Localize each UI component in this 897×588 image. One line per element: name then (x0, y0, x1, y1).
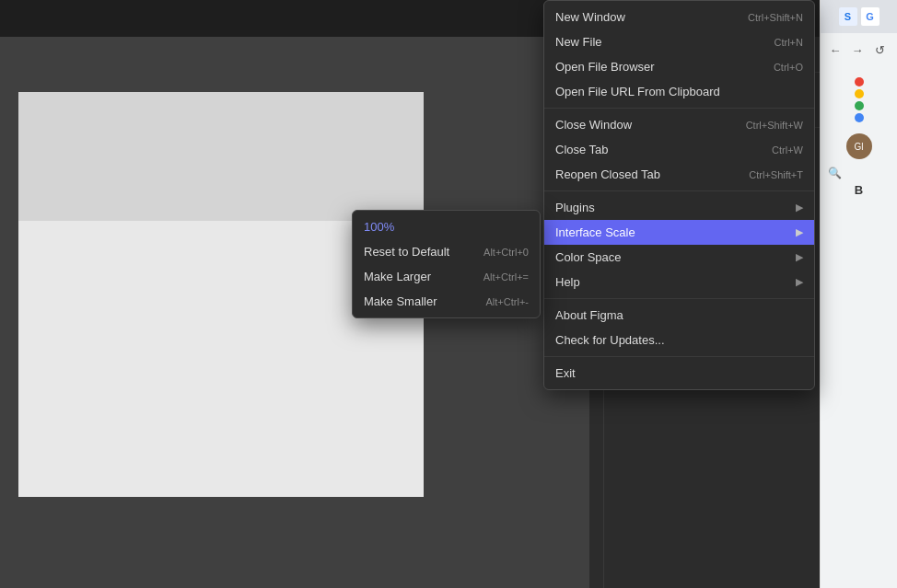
refresh-button[interactable]: ↺ (870, 40, 889, 59)
browser-content: Gl 🔍 B (821, 66, 897, 204)
divider-3 (544, 298, 814, 299)
menu-item-open-file-browser-shortcut: Ctrl+O (774, 62, 803, 73)
browser-tab-area: S G (821, 0, 897, 33)
menu-item-open-file-browser[interactable]: Open File Browser Ctrl+O (544, 54, 814, 79)
menu-item-exit-label: Exit (555, 366, 576, 380)
main-menu: New Window Ctrl+Shift+N New File Ctrl+N … (543, 0, 815, 390)
menu-item-new-file-label: New File (555, 35, 602, 49)
menu-item-color-space-label: Color Space (555, 250, 622, 264)
menu-item-about-figma-label: About Figma (555, 308, 623, 322)
menu-item-close-window-shortcut: Ctrl+Shift+W (746, 120, 803, 131)
bold-icon: B (855, 183, 863, 197)
submenu-item-larger-shortcut: Alt+Ctrl+= (483, 271, 529, 282)
color-dot-green (855, 101, 864, 110)
menu-item-help-label: Help (555, 275, 580, 289)
menu-item-plugins[interactable]: Plugins ▶ (544, 195, 814, 220)
forward-button[interactable]: → (848, 40, 867, 59)
menu-item-new-window-label: New Window (555, 10, 625, 24)
menu-item-interface-scale-label: Interface Scale (555, 225, 635, 239)
menu-item-about-figma[interactable]: About Figma (544, 303, 814, 328)
submenu-item-smaller-shortcut: Alt+Ctrl+- (486, 296, 529, 307)
interface-scale-submenu: 100% Reset to Default Alt+Ctrl+0 Make La… (352, 210, 541, 318)
submenu-item-reset-shortcut: Alt+Ctrl+0 (483, 247, 529, 258)
search-icon: 🔍 (828, 167, 842, 179)
menu-item-open-file-url[interactable]: Open File URL From Clipboard (544, 79, 814, 104)
menu-item-check-updates[interactable]: Check for Updates... (544, 328, 814, 352)
submenu-item-100-label: 100% (364, 220, 394, 234)
menu-item-close-tab-shortcut: Ctrl+W (772, 144, 803, 156)
color-dot-blue (855, 113, 864, 122)
interface-scale-arrow-icon: ▶ (796, 226, 803, 238)
menu-item-reopen-closed-tab-label: Reopen Closed Tab (555, 167, 660, 181)
color-dot-yellow (855, 89, 864, 98)
divider-2 (544, 190, 814, 191)
menu-item-close-window[interactable]: Close Window Ctrl+Shift+W (544, 112, 814, 137)
submenu-item-smaller-label: Make Smaller (364, 294, 437, 308)
menu-item-open-file-browser-label: Open File Browser (555, 60, 655, 74)
menu-item-plugins-label: Plugins (555, 201, 595, 214)
menu-item-close-tab[interactable]: Close Tab Ctrl+W (544, 137, 814, 162)
divider-1 (544, 108, 814, 109)
plugins-arrow-icon: ▶ (796, 202, 803, 213)
submenu-item-larger-label: Make Larger (364, 270, 431, 283)
menu-item-new-file-shortcut: Ctrl+N (775, 37, 803, 48)
bold-button[interactable]: B (824, 183, 893, 197)
submenu-item-larger[interactable]: Make Larger Alt+Ctrl+= (353, 264, 540, 289)
browser-tab-g[interactable]: G (861, 7, 880, 26)
menu-item-help[interactable]: Help ▶ (544, 270, 814, 294)
submenu-item-reset-label: Reset to Default (364, 245, 449, 259)
color-space-arrow-icon: ▶ (796, 251, 803, 263)
menu-item-new-window[interactable]: New Window Ctrl+Shift+N (544, 5, 814, 29)
help-arrow-icon: ▶ (796, 276, 803, 288)
menu-item-new-window-shortcut: Ctrl+Shift+N (748, 12, 803, 23)
menu-item-interface-scale[interactable]: Interface Scale ▶ (544, 220, 814, 245)
divider-4 (544, 356, 814, 357)
browser-nav: ← → ↺ (821, 33, 897, 66)
browser-search-row[interactable]: 🔍 (824, 167, 893, 179)
submenu-item-100[interactable]: 100% (353, 214, 540, 239)
menu-item-new-file[interactable]: New File Ctrl+N (544, 29, 814, 54)
menu-item-open-file-url-label: Open File URL From Clipboard (555, 85, 720, 98)
menu-item-reopen-closed-tab[interactable]: Reopen Closed Tab Ctrl+Shift+T (544, 162, 814, 187)
browser-tab-s[interactable]: S (839, 7, 857, 26)
browser-avatar: Gl (846, 133, 872, 159)
menu-item-close-window-label: Close Window (555, 118, 632, 132)
color-dot-red (855, 77, 864, 86)
menu-item-exit[interactable]: Exit (544, 361, 814, 386)
menu-item-close-tab-label: Close Tab (555, 143, 609, 156)
browser-chrome: S G ← → ↺ Gl 🔍 B (820, 0, 897, 588)
menu-item-color-space[interactable]: Color Space ▶ (544, 245, 814, 270)
submenu-item-reset[interactable]: Reset to Default Alt+Ctrl+0 (353, 239, 540, 264)
back-button[interactable]: ← (826, 40, 845, 59)
menu-item-reopen-closed-tab-shortcut: Ctrl+Shift+T (749, 169, 803, 180)
menu-item-check-updates-label: Check for Updates... (555, 333, 665, 347)
submenu-item-smaller[interactable]: Make Smaller Alt+Ctrl+- (353, 289, 540, 314)
